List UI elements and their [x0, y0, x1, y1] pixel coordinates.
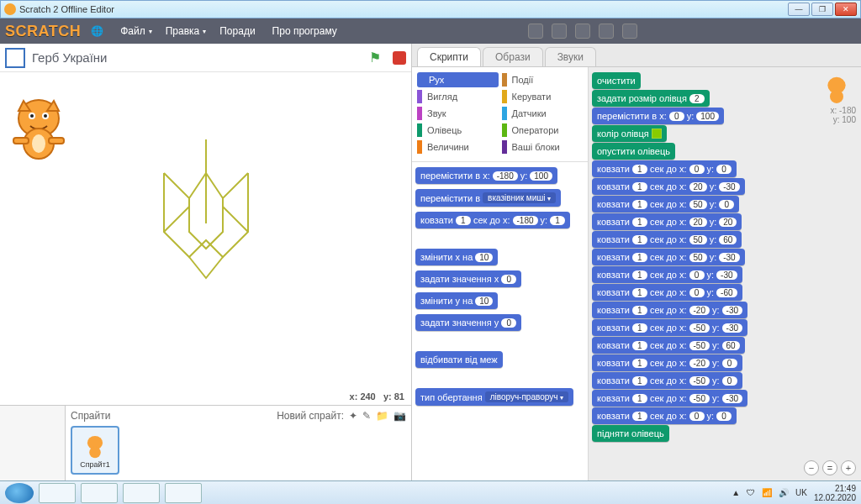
- block-glide[interactable]: ковзати1 сек до x:-180 y:1: [415, 212, 570, 228]
- block-goto-pointer[interactable]: перемістити ввказівник миші: [415, 189, 561, 207]
- menu-about[interactable]: Про програму: [269, 24, 344, 39]
- script-area[interactable]: x: -180 y: 100 очиститизадати розмір олі…: [589, 67, 861, 480]
- tab-costumes[interactable]: Образи: [483, 47, 543, 66]
- category-sound[interactable]: Звук: [417, 106, 499, 121]
- block-goto-xy[interactable]: перемістити в x:-180 y:100: [415, 167, 557, 184]
- sprite-info: x: -180 y: 100: [809, 72, 856, 124]
- script-glide-1[interactable]: ковзати 1 сек до x: 20 y: -30: [592, 178, 745, 195]
- zoom-out-icon[interactable]: −: [804, 460, 819, 475]
- app-icon: [4, 3, 16, 15]
- block-rotation[interactable]: тип обертанняліворуч-праворуч: [415, 388, 573, 406]
- script-glide-4[interactable]: ковзати 1 сек до x: 50 y: 60: [592, 231, 742, 248]
- svg-point-14: [830, 90, 843, 103]
- sprite-panel: Спрайти Новий спрайт: ✦ ✎ 📁 📷 Спрайт1: [0, 405, 411, 480]
- taskbar-app-scratch[interactable]: [165, 483, 202, 503]
- category-motion[interactable]: Рух: [417, 72, 499, 87]
- library-icon[interactable]: ✦: [349, 410, 357, 422]
- stop-icon[interactable]: [393, 51, 406, 65]
- script-glide-3[interactable]: ковзати 1 сек до x: 20 y: 20: [592, 213, 742, 230]
- tab-scripts[interactable]: Скрипти: [417, 47, 481, 66]
- category-control[interactable]: Керувати: [502, 89, 584, 104]
- menu-edit[interactable]: Правка: [162, 24, 210, 39]
- block-change-y[interactable]: змінити y на10: [415, 292, 498, 309]
- scratch-logo: SCRATCH: [5, 23, 81, 40]
- svg-point-5: [30, 114, 34, 118]
- category-data[interactable]: Величини: [417, 139, 499, 155]
- script-glide-9[interactable]: ковзати 1 сек до x: -50 y: -30: [592, 319, 747, 336]
- svg-point-6: [44, 114, 47, 118]
- sprite-cat[interactable]: [5, 89, 72, 165]
- duplicate-icon[interactable]: [528, 24, 543, 39]
- zoom-reset-icon[interactable]: =: [822, 460, 837, 475]
- tray-shield-icon[interactable]: 🛡: [747, 488, 755, 497]
- zoom-in-icon[interactable]: +: [841, 460, 856, 475]
- stage[interactable]: x: 240 y: 81: [0, 72, 411, 405]
- script-glide-11[interactable]: ковзати 1 сек до x: -20 y: 0: [592, 354, 742, 371]
- menu-tips[interactable]: Поради: [216, 24, 261, 39]
- script-glide-13[interactable]: ковзати 1 сек до x: -50 y: -30: [592, 390, 747, 407]
- taskbar-app-word[interactable]: [81, 483, 118, 503]
- sprite-thumb-label: Спрайт1: [80, 460, 110, 469]
- stage-thumbnail[interactable]: [0, 406, 66, 480]
- tray-time: 21:49: [814, 484, 856, 493]
- script-glide-7[interactable]: ковзати 1 сек до x: 0 y: -60: [592, 284, 742, 301]
- menubar: SCRATCH 🌐 Файл Правка Поради Про програм…: [0, 18, 861, 44]
- fullscreen-icon[interactable]: [5, 48, 25, 68]
- start-button[interactable]: [5, 483, 34, 503]
- tray-lang[interactable]: UK: [795, 488, 807, 497]
- category-operators[interactable]: Оператори: [502, 123, 584, 138]
- script-glide-5[interactable]: ковзати 1 сек до x: 50 y: -30: [592, 249, 745, 265]
- script-glide-0[interactable]: ковзати 1 сек до x: 0 y: 0: [592, 160, 737, 177]
- tray-date: 12.02.2020: [814, 493, 856, 502]
- tray-network-icon[interactable]: 📶: [762, 488, 772, 497]
- category-sensing[interactable]: Датчики: [502, 106, 584, 121]
- script-pendown[interactable]: опустити олівець: [592, 143, 675, 160]
- block-change-x[interactable]: змінити x на10: [415, 249, 498, 265]
- block-bounce[interactable]: відбивати від меж: [415, 351, 503, 368]
- taskbar: ▲ 🛡 📶 🔊 UK 21:49 12.02.2020: [0, 480, 861, 504]
- tray-volume-icon[interactable]: 🔊: [779, 488, 789, 497]
- tab-sounds[interactable]: Звуки: [545, 47, 596, 66]
- category-events[interactable]: Події: [502, 72, 584, 87]
- zoom-controls: − = +: [804, 460, 856, 475]
- trident-drawing: [143, 131, 269, 299]
- window-titlebar: Scratch 2 Offline Editor — ❐ ✕: [0, 0, 861, 18]
- help-icon[interactable]: [622, 24, 637, 39]
- script-glide-6[interactable]: ковзати 1 сек до x: 0 y: -30: [592, 266, 742, 283]
- block-set-x[interactable]: задати значення x0: [415, 270, 521, 287]
- maximize-button[interactable]: ❐: [811, 3, 833, 16]
- minimize-button[interactable]: —: [788, 3, 810, 16]
- category-looks[interactable]: Вигляд: [417, 89, 499, 104]
- sprite-thumb-1[interactable]: Спрайт1: [71, 426, 119, 475]
- script-clear[interactable]: очистити: [592, 72, 641, 89]
- green-flag-icon[interactable]: ⚑: [369, 50, 381, 66]
- script-penup[interactable]: підняти олівець: [592, 425, 669, 442]
- script-glide-10[interactable]: ковзати 1 сек до x: -50 y: 60: [592, 337, 745, 354]
- taskbar-app-explorer[interactable]: [123, 483, 160, 503]
- script-glide-12[interactable]: ковзати 1 сек до x: -50 y: 0: [592, 372, 742, 389]
- close-button[interactable]: ✕: [835, 3, 857, 16]
- category-pen[interactable]: Олівець: [417, 123, 499, 138]
- script-pencolor[interactable]: колір олівця: [592, 125, 667, 142]
- shrink-icon[interactable]: [599, 24, 614, 39]
- svg-rect-10: [49, 138, 64, 144]
- paint-icon[interactable]: ✎: [362, 410, 371, 422]
- camera-icon[interactable]: 📷: [394, 410, 406, 422]
- tray-flag-icon[interactable]: ▲: [732, 488, 740, 497]
- stage-coords: x: 240 y: 81: [350, 391, 404, 402]
- block-set-y[interactable]: задати значення y0: [415, 314, 521, 331]
- script-glide-8[interactable]: ковзати 1 сек до x: -20 y: -30: [592, 302, 747, 318]
- taskbar-app-opera[interactable]: [39, 483, 76, 503]
- menu-file[interactable]: Файл: [117, 24, 156, 39]
- sprites-heading: Спрайти: [71, 410, 110, 422]
- script-glide-2[interactable]: ковзати 1 сек до x: 50 y: 0: [592, 196, 739, 213]
- grow-icon[interactable]: [575, 24, 590, 39]
- category-more[interactable]: Ваші блоки: [502, 139, 584, 155]
- script-goto[interactable]: перемістити в x: 0 y: 100: [592, 108, 724, 124]
- script-pensize[interactable]: задати розмір олівця 2: [592, 90, 710, 107]
- globe-icon[interactable]: 🌐: [87, 24, 110, 39]
- delete-icon[interactable]: [552, 24, 567, 39]
- script-glide-14[interactable]: ковзати 1 сек до x: 0 y: 0: [592, 407, 737, 424]
- stage-header: Герб України v448 ⚑: [0, 44, 411, 72]
- upload-icon[interactable]: 📁: [376, 410, 388, 422]
